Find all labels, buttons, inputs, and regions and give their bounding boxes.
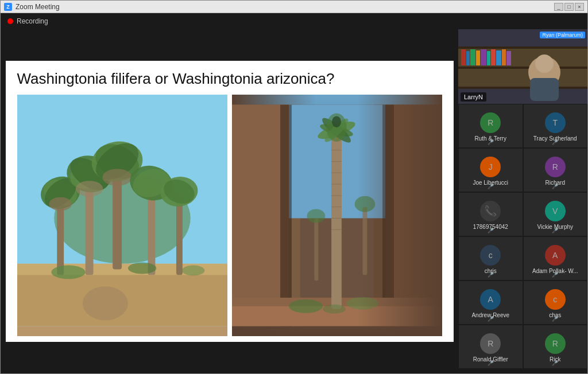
svg-rect-39: [331, 133, 342, 309]
svg-rect-35: [280, 105, 292, 326]
mute-icon: 🎤: [488, 272, 494, 278]
mute-icon: 🎤: [488, 184, 494, 189]
participant-avatar: c: [480, 245, 501, 266]
recording-bar: Recording: [1, 13, 587, 29]
minimize-button[interactable]: _: [554, 3, 563, 11]
mute-icon: 🎤: [552, 360, 558, 366]
svg-point-26: [127, 263, 156, 274]
mute-icon: 🎤: [552, 316, 558, 322]
participant-tile-richard[interactable]: R Richard 🎤: [523, 148, 588, 192]
slide-images: [17, 95, 442, 336]
participant-tile-andrew[interactable]: A Andrew Reeve 🎤: [458, 280, 523, 325]
svg-point-59: [346, 297, 378, 310]
participant-tile-ruth-terry[interactable]: R Ruth & Terry 🎤: [458, 104, 523, 148]
svg-point-27: [181, 266, 204, 276]
participant-tile-chris[interactable]: c chris 🎤: [458, 236, 523, 280]
participant-avatar: R: [545, 333, 566, 354]
close-button[interactable]: ×: [575, 3, 584, 11]
svg-point-25: [51, 266, 85, 279]
recording-label: Recording: [17, 17, 48, 25]
zoom-window: Z Zoom Meeting _ □ × Recording Washingto…: [0, 0, 588, 374]
participant-avatar-phone: 📞: [480, 201, 501, 221]
participant-avatar: R: [545, 157, 566, 177]
participant-avatar: J: [480, 157, 501, 177]
svg-point-18: [102, 169, 131, 186]
mute-icon: 🎤: [488, 316, 494, 322]
speaker-badge: Ryan (Palmarum): [540, 32, 585, 38]
participant-tile-tracy[interactable]: T Tracy Sutherland 🎤: [523, 104, 588, 148]
maximize-button[interactable]: □: [564, 3, 574, 11]
participants-panel: LarryN Ryan (Palmarum) R Ruth & Terry 🎤 …: [458, 29, 587, 373]
recording-dot: [7, 18, 13, 24]
participant-avatar: c: [545, 289, 566, 310]
svg-point-13: [75, 181, 102, 197]
svg-point-58: [288, 299, 322, 313]
participant-avatar: V: [545, 201, 566, 221]
participant-tile-adam[interactable]: A Adam Pollak- W... 🎤: [523, 236, 588, 280]
mute-icon: 🎤: [488, 228, 494, 233]
svg-rect-22: [176, 196, 182, 275]
participant-grid: R Ruth & Terry 🎤 T Tracy Sutherland 🎤 J …: [458, 104, 587, 373]
speaker-name: LarryN: [461, 92, 486, 102]
mute-icon: 🎤: [552, 228, 558, 233]
slide-title: Washingtonia filifera or Washingtonia ar…: [17, 70, 442, 88]
svg-point-55: [354, 196, 375, 212]
participant-tile-ronald[interactable]: R Ronald Giffler 🎤: [458, 325, 523, 369]
participant-tile-phone[interactable]: 📞 17869754042 🎤: [458, 192, 523, 236]
participant-tile-joe[interactable]: J Joe Libertucci 🎤: [458, 148, 523, 192]
participant-avatar: R: [480, 333, 501, 354]
mute-icon: 🎤: [552, 184, 558, 189]
participant-tile-rick[interactable]: R Rick 🎤: [523, 325, 588, 369]
svg-rect-36: [382, 105, 394, 326]
svg-point-8: [49, 197, 72, 211]
mute-icon: 🎤: [552, 139, 558, 145]
svg-point-60: [323, 305, 346, 314]
presentation-area: Washingtonia filifera or Washingtonia ar…: [1, 29, 458, 373]
mute-icon: 🎤: [488, 139, 494, 145]
svg-rect-54: [362, 207, 367, 275]
participant-tile-vickie[interactable]: V Vickie Murphy 🎤: [523, 192, 588, 236]
participant-avatar: R: [480, 112, 501, 133]
svg-rect-34: [385, 105, 442, 326]
svg-rect-31: [374, 105, 442, 326]
active-speaker-tile[interactable]: LarryN Ryan (Palmarum): [458, 29, 587, 104]
slide-image-left: [17, 95, 227, 336]
svg-point-57: [307, 209, 325, 223]
participant-avatar: T: [545, 112, 566, 133]
mute-icon: 🎤: [552, 272, 558, 278]
window-controls: _ □ ×: [554, 3, 584, 11]
title-bar: Z Zoom Meeting _ □ ×: [1, 1, 587, 13]
main-content: Washingtonia filifera or Washingtonia ar…: [1, 29, 587, 373]
svg-rect-56: [314, 218, 318, 280]
svg-point-28: [82, 286, 127, 320]
mute-icon: 🎤: [488, 360, 494, 366]
participant-avatar: A: [480, 289, 501, 310]
zoom-icon: Z: [4, 3, 12, 11]
participant-tile-chas[interactable]: c chas 🎤: [523, 280, 588, 325]
slide-image-right: [232, 95, 442, 336]
window-title: Zoom Meeting: [16, 3, 551, 11]
svg-point-53: [332, 116, 341, 127]
slide-container: Washingtonia filifera or Washingtonia ar…: [6, 61, 454, 342]
participant-avatar: A: [545, 245, 566, 266]
